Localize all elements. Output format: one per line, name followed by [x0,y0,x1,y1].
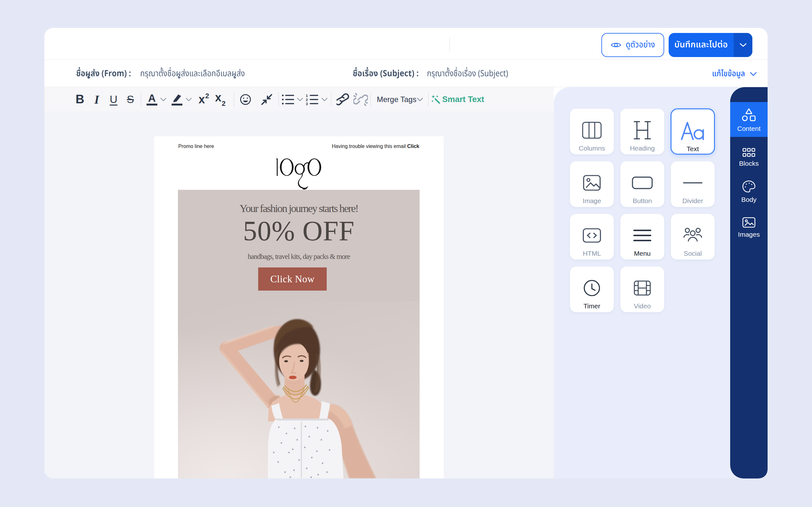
svg-text:2: 2 [222,100,225,107]
svg-text:1: 1 [306,94,308,98]
svg-text:x: x [199,93,205,106]
svg-text:2: 2 [205,93,209,100]
svg-text:A: A [148,93,156,104]
svg-text:2: 2 [306,97,308,101]
svg-text:x: x [215,93,221,104]
svg-text:3: 3 [306,101,308,105]
